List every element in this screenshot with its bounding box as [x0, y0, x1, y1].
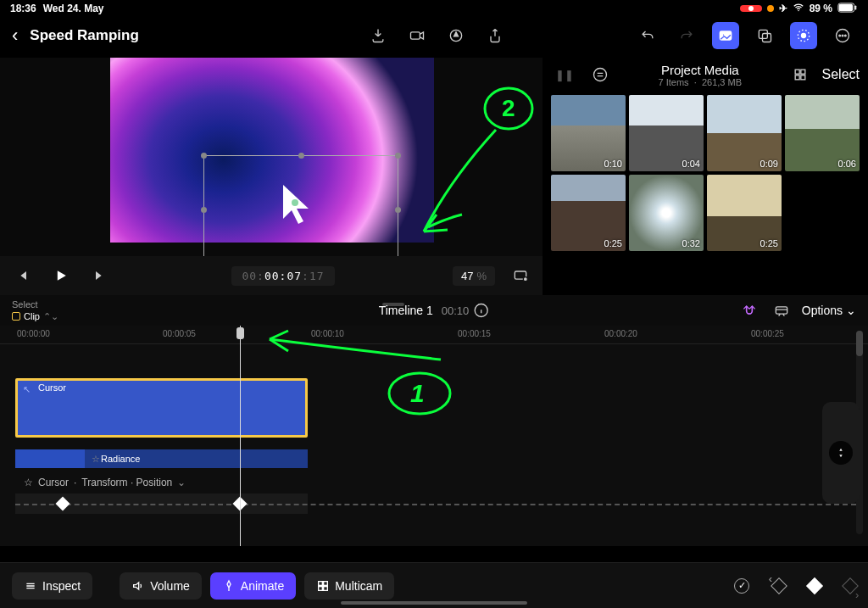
back-button[interactable]: ‹: [12, 25, 18, 47]
snapping-icon[interactable]: [737, 298, 761, 322]
undo-icon[interactable]: [634, 22, 661, 49]
timeline-clip-radiance[interactable]: ☆ Radiance: [15, 449, 308, 468]
svg-point-28: [389, 373, 450, 414]
timeline-area[interactable]: 00:00:00 00:00:05 00:00:10 00:00:15 00:0…: [0, 326, 868, 546]
play-button[interactable]: [47, 262, 75, 289]
clip-color-icon: [12, 312, 20, 321]
media-pause-icon[interactable]: ❚❚: [551, 61, 578, 88]
media-thumbnail[interactable]: 0:10: [551, 95, 626, 171]
timeline-options-button[interactable]: Options ⌄: [802, 304, 856, 317]
media-thumbnail[interactable]: 0:04: [629, 95, 704, 171]
media-thumbnail-grid: 0:10 0:04 0:09 0:06 0:25 0:32 0:25: [551, 95, 860, 251]
svg-point-13: [839, 35, 841, 36]
svg-rect-3: [855, 5, 857, 9]
timeline-info-icon[interactable]: [472, 302, 489, 319]
media-thumbnail[interactable]: 0:25: [707, 175, 782, 251]
multicam-button[interactable]: Multicam: [304, 572, 394, 600]
media-thumbnail[interactable]: 0:25: [551, 175, 626, 251]
privacy-mic-indicator: [767, 5, 774, 12]
timeline-ruler[interactable]: 00:00:00 00:00:05 00:00:10 00:00:15 00:0…: [0, 326, 868, 344]
media-list-icon[interactable]: [587, 61, 614, 88]
media-panel-subtitle: 7 Items · 261,3 MB: [622, 77, 778, 87]
svg-rect-31: [324, 581, 328, 585]
timecode-display[interactable]: 00:00:07:17: [231, 266, 334, 286]
airplane-icon: ✈︎: [779, 3, 787, 14]
media-select-button[interactable]: Select: [822, 67, 860, 82]
import-icon[interactable]: [364, 22, 392, 49]
wifi-icon: [793, 2, 804, 16]
project-media-pane: ❚❚ Project Media 7 Items · 261,3 MB Sele…: [542, 58, 868, 295]
keyframe-property-label[interactable]: ☆ Cursor · Transform · Position ⌄: [24, 477, 186, 488]
svg-rect-23: [800, 70, 804, 74]
home-indicator[interactable]: [341, 601, 527, 605]
svg-rect-2: [839, 3, 853, 11]
svg-point-20: [523, 277, 527, 282]
status-date: Wed 24. May: [43, 3, 104, 14]
add-keyframe-button[interactable]: [806, 577, 823, 594]
volume-button[interactable]: Volume: [120, 572, 202, 600]
status-time: 18:36: [10, 3, 36, 14]
share-icon[interactable]: [481, 22, 509, 49]
animate-button[interactable]: Animate: [210, 572, 296, 600]
chevron-down-icon: ⌄: [177, 477, 186, 488]
timeline-tools-icon[interactable]: [770, 298, 793, 322]
cursor-overlay-graphic: [280, 183, 317, 229]
bottom-toolbar: Inspect Volume Animate Multicam ✓ ‹ ›: [0, 562, 868, 608]
svg-rect-24: [795, 75, 799, 80]
selected-clip-chip[interactable]: Clip ⌃⌄: [12, 311, 58, 322]
svg-point-14: [842, 35, 843, 36]
star-icon: ☆: [92, 454, 100, 465]
media-thumbnail[interactable]: 0:09: [707, 95, 782, 171]
svg-point-21: [594, 69, 607, 81]
overlay-icon[interactable]: [751, 22, 778, 49]
svg-point-11: [802, 34, 806, 38]
svg-rect-30: [319, 581, 323, 585]
media-thumbnail[interactable]: 0:32: [629, 175, 704, 251]
svg-rect-33: [324, 586, 328, 590]
keyframe-line: [15, 504, 856, 505]
preview-zoom-value[interactable]: 47%: [453, 266, 495, 286]
svg-text:2: 2: [502, 95, 515, 121]
marker-icon[interactable]: [442, 22, 470, 49]
svg-rect-22: [795, 70, 799, 74]
svg-rect-27: [776, 307, 787, 314]
timeline-clip-cursor[interactable]: ↖ Cursor: [15, 378, 308, 438]
chevron-down-icon: ⌄: [846, 304, 856, 317]
prev-frame-button[interactable]: [8, 262, 36, 289]
svg-point-0: [798, 9, 799, 11]
grid-view-icon[interactable]: [787, 61, 814, 88]
timeline-name[interactable]: Timeline 1: [379, 304, 433, 317]
svg-text:1: 1: [410, 379, 425, 407]
cursor-clip-icon: ↖: [23, 384, 31, 395]
svg-rect-25: [800, 75, 804, 80]
prev-keyframe-button[interactable]: ‹: [771, 577, 787, 594]
selection-label: Select: [12, 299, 58, 310]
svg-rect-4: [411, 32, 420, 39]
redo-icon[interactable]: [673, 22, 700, 49]
display-options-icon[interactable]: [507, 262, 534, 289]
project-title: Speed Ramping: [30, 27, 138, 44]
media-browser-icon[interactable]: [712, 22, 739, 49]
camera-icon[interactable]: [403, 22, 431, 49]
preview-pane[interactable]: 2 00:00:07:17 47%: [0, 58, 542, 295]
chevron-icon: ⌃⌄: [43, 311, 58, 322]
more-menu-icon[interactable]: [829, 22, 856, 49]
svg-point-17: [485, 88, 532, 129]
star-icon: ☆: [24, 477, 33, 488]
svg-point-15: [845, 35, 847, 36]
svg-rect-32: [319, 586, 323, 590]
next-keyframe-button[interactable]: ›: [842, 577, 859, 594]
transport-bar: 00:00:07:17 47%: [0, 256, 542, 295]
apply-keyframe-button[interactable]: ✓: [734, 578, 749, 594]
timeline-header: Select Clip ⌃⌄ Timeline 1 00:10 Options …: [0, 295, 868, 326]
next-frame-button[interactable]: [86, 262, 114, 289]
battery-percent: 89 %: [810, 3, 832, 14]
media-thumbnail[interactable]: 0:06: [785, 95, 860, 171]
screen-record-indicator[interactable]: [740, 5, 762, 12]
timeline-zoom-knob[interactable]: [822, 402, 860, 504]
inspect-button[interactable]: Inspect: [12, 572, 92, 600]
battery-icon: [837, 3, 858, 15]
titlebar: ‹ Speed Ramping: [0, 17, 868, 58]
effects-icon[interactable]: [790, 22, 817, 49]
timeline-playhead[interactable]: [240, 326, 241, 546]
